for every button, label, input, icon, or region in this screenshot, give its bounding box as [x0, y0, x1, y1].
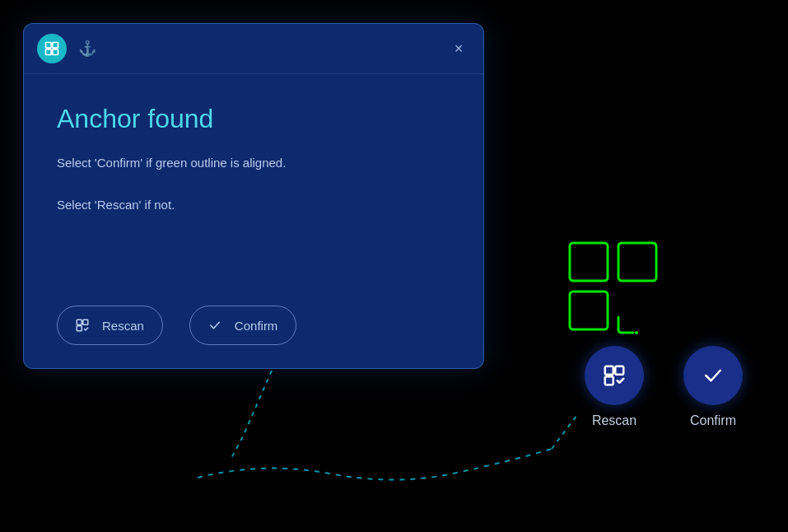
svg-rect-8 [618, 243, 656, 281]
anchor-icon: ⚓ [78, 40, 96, 58]
confirm-button[interactable]: Confirm [189, 306, 297, 345]
svg-rect-0 [46, 43, 52, 49]
svg-point-10 [635, 331, 638, 334]
float-rescan-group: Rescan [585, 346, 644, 428]
svg-rect-5 [83, 320, 88, 324]
panel-desc-line2: Select 'Rescan' if not. [57, 198, 175, 212]
rescan-button[interactable]: Rescan [57, 306, 163, 345]
confirm-check-icon [203, 314, 226, 337]
float-confirm-button[interactable] [683, 346, 743, 405]
panel-title-icon [37, 34, 67, 63]
svg-rect-7 [570, 243, 608, 281]
panel-desc-line1: Select 'Confirm' if green outline is ali… [57, 156, 286, 170]
panel-body: Anchor found Select 'Confirm' if green o… [24, 74, 483, 306]
confirm-label: Confirm [235, 319, 278, 333]
panel-titlebar: ⚓ × [24, 24, 483, 74]
float-buttons: Rescan Confirm [585, 346, 743, 428]
close-button[interactable]: × [447, 37, 470, 60]
svg-rect-6 [77, 326, 82, 331]
rescan-label: Rescan [102, 319, 144, 333]
panel-title: Anchor found [57, 104, 450, 134]
svg-rect-4 [77, 320, 82, 324]
svg-rect-3 [53, 49, 58, 55]
svg-rect-12 [615, 366, 623, 375]
anchor-found-panel: ⚓ × Anchor found Select 'Confirm' if gre… [23, 23, 484, 369]
svg-rect-2 [46, 49, 52, 55]
panel-actions: Rescan Confirm [24, 306, 483, 368]
rescan-icon [71, 314, 94, 337]
svg-rect-9 [570, 292, 608, 329]
anchor-visual [566, 239, 660, 338]
float-confirm-label: Confirm [690, 413, 736, 428]
svg-rect-13 [605, 376, 613, 385]
float-rescan-label: Rescan [592, 413, 636, 428]
float-confirm-group: Confirm [683, 346, 743, 428]
float-rescan-button[interactable] [585, 346, 644, 405]
svg-rect-11 [605, 366, 613, 375]
panel-description: Select 'Confirm' if green outline is ali… [57, 152, 450, 216]
svg-rect-1 [53, 43, 58, 49]
